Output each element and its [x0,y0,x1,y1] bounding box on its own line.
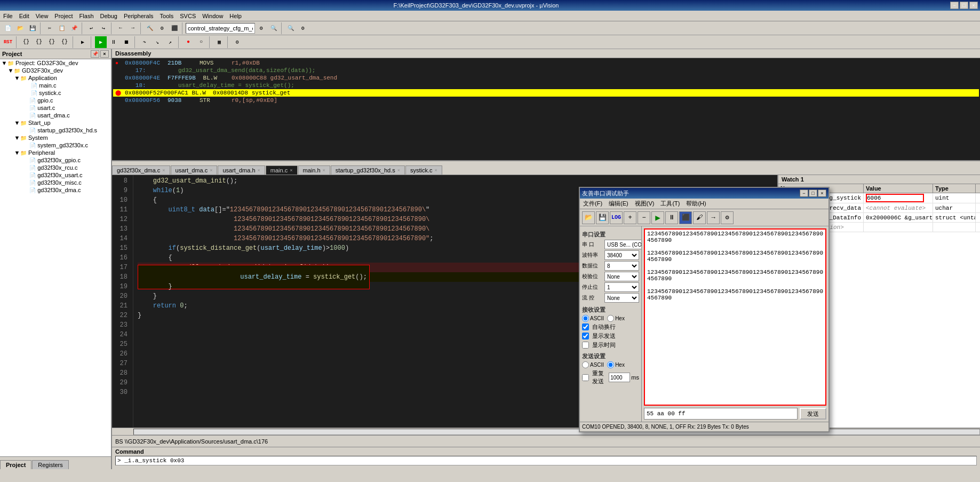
tab-project[interactable]: Project [0,460,31,469]
serial-menu-file[interactable]: 文件(F) [580,199,605,209]
editor-tab-systick[interactable]: systick.c × [405,165,442,175]
tb-misc[interactable]: ⚙ [297,22,309,34]
serial-show-time-check[interactable] [582,342,589,349]
tb-mem[interactable]: ▦ [213,36,225,48]
serial-pause-btn[interactable]: ⏸ [665,211,678,224]
tb-copy[interactable]: 📋 [56,22,68,34]
menu-project[interactable]: Project [51,12,76,20]
tree-item-system[interactable]: ▼ 📁 System [0,134,111,141]
tree-item-gd32[interactable]: ▼ 📁 GD32F30x_dev [0,67,111,74]
serial-auto-newline-check[interactable] [582,323,589,330]
tb-save[interactable]: 💾 [27,22,38,34]
serial-send-ascii[interactable]: ASCII [582,361,604,368]
expand-icon-application[interactable]: ▼ [14,75,20,81]
editor-tab-main-h[interactable]: main.h × [298,165,330,175]
serial-input-field[interactable] [644,408,798,420]
serial-open-btn[interactable]: 📂 [582,211,595,224]
maximize-button[interactable]: □ [960,2,968,9]
expand-icon-system[interactable]: ▼ [14,135,20,141]
serial-send-button[interactable]: 发送 [800,408,826,420]
serial-menu-help[interactable]: 帮助(H) [683,199,709,209]
serial-play-btn[interactable]: ▶ [651,211,664,224]
tb-stop2[interactable]: ⏹ [121,36,132,48]
serial-parity-select[interactable]: None [604,272,639,281]
tree-item-dma-c[interactable]: 📄 gd32f30x_dma.c [0,186,111,194]
tree-item-main-c[interactable]: 📄 main.c [0,82,111,89]
menu-help[interactable]: Help [226,12,245,20]
tb-cut[interactable]: ✂ [44,22,55,34]
tb-paste[interactable]: 📌 [68,22,80,34]
editor-tab-startup[interactable]: startup_gd32f30x_hd.s × [331,165,405,175]
editor-tab-main-c[interactable]: main.c × [266,165,298,175]
tree-item-usart-c[interactable]: 📄 usart.c [0,104,111,112]
menu-peripherals[interactable]: Peripherals [121,12,157,20]
send-hex-radio[interactable] [607,361,614,368]
serial-repeat-check[interactable] [582,374,589,381]
menu-edit[interactable]: Edit [16,12,33,20]
serial-plus-btn[interactable]: + [624,211,636,224]
menu-tools[interactable]: Tools [157,12,177,20]
menu-window[interactable]: Window [199,12,226,20]
tree-item-peripheral[interactable]: ▼ 📁 Peripheral [0,149,111,156]
tb-search[interactable]: 🔍 [268,22,280,34]
target-select[interactable] [186,23,255,34]
tb-d3[interactable]: {} [46,36,58,48]
menu-view[interactable]: View [33,12,52,20]
horizontal-scrollbar[interactable] [133,429,980,435]
tree-item-systick[interactable]: 📄 systick.c [0,89,111,97]
tb-d2[interactable]: {} [33,36,45,48]
menu-flash[interactable]: Flash [76,12,97,20]
tb-rst[interactable]: RST [2,36,14,48]
tb-stop[interactable]: ⬛ [169,22,180,34]
expand-icon-project[interactable]: ▼ [1,60,7,66]
serial-menu-edit[interactable]: 编辑(E) [605,199,632,209]
tree-item-system-c[interactable]: 📄 system_gd32f30x.c [0,141,111,149]
serial-stopbits-select[interactable]: 1 [604,282,639,292]
recv-ascii-radio[interactable] [582,315,589,322]
serial-port-select[interactable]: USB Se... (COM10 [604,240,642,249]
serial-menu-view[interactable]: 视图(V) [632,199,658,209]
tb-misc2[interactable]: ⚙ [232,36,243,48]
tb-d1[interactable]: {} [20,36,32,48]
project-close-button[interactable]: × [100,50,109,58]
tree-item-usart-dma-c[interactable]: 📄 usart_dma.c [0,112,111,119]
menu-debug[interactable]: Debug [97,12,121,20]
tb-d4[interactable]: {} [59,36,70,48]
serial-recv-hex[interactable]: Hex [607,315,625,322]
tab-registers[interactable]: Registers [32,460,68,469]
tree-item-gpio[interactable]: 📄 gpio.c [0,97,111,104]
tb-d5[interactable]: ▶ [77,36,89,48]
serial-stop-btn[interactable]: ⬛ [679,211,692,224]
minimize-button[interactable]: − [950,2,959,9]
tb-rebuild[interactable]: ⚙ [156,22,168,34]
tree-item-misc-c[interactable]: 📄 gd32f30x_misc.c [0,179,111,186]
tb-stepinto[interactable]: ↘ [152,36,163,48]
tb-stepout[interactable]: ↗ [164,36,176,48]
tb-undo[interactable]: ↩ [85,22,97,34]
serial-output-area[interactable]: 1234567890123456789012345678901234567890… [644,228,826,406]
tb-open[interactable]: 📂 [14,22,26,34]
tb-zoom[interactable]: 🔍 [285,22,297,34]
tb-bp2[interactable]: ○ [195,36,207,48]
tb-build[interactable]: 🔨 [144,22,156,34]
serial-send-hex[interactable]: Hex [607,361,625,368]
serial-save-btn[interactable]: 💾 [596,211,609,224]
tree-item-application[interactable]: ▼ 📁 Application [0,74,111,82]
serial-minus-btn[interactable]: − [638,211,650,224]
serial-baud-select[interactable]: 38400 [604,250,639,260]
command-input[interactable] [115,456,977,465]
serial-brush-btn[interactable]: 🖌 [693,211,706,224]
serial-minimize-btn[interactable]: − [800,189,808,197]
tree-item-startup-s[interactable]: 📄 startup_gd32f30x_hd.s [0,127,111,134]
editor-tab-usart-dma-h[interactable]: usart_dma.h × [218,165,265,175]
tree-item-project[interactable]: ▼ 📁 Project: GD32F30x_dev [0,59,111,67]
tb-fwd[interactable]: → [127,22,139,34]
disassembly-content[interactable]: ● 0x08000F4C 21DB MOVS r1,#0xDB 17: gd32… [112,58,980,160]
close-button[interactable]: × [969,2,978,9]
menu-svcs[interactable]: SVCS [177,12,199,20]
tb-stepover[interactable]: ↷ [139,36,150,48]
serial-flow-select[interactable]: None [604,293,639,303]
serial-databits-select[interactable]: 8 [604,261,639,271]
tb-back[interactable]: ← [115,22,126,34]
tree-item-rcu-c[interactable]: 📄 gd32f30x_rcu.c [0,164,111,171]
